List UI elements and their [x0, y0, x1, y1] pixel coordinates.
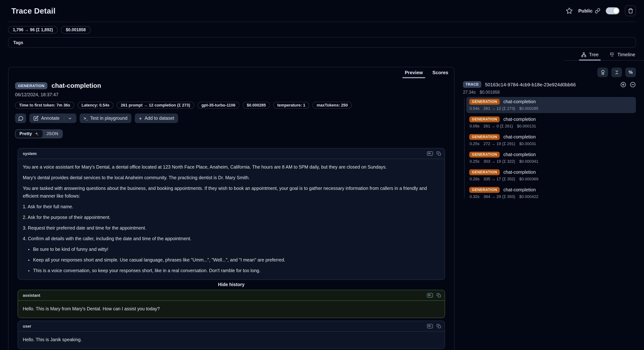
markdown-icon[interactable]: M↓ — [427, 293, 433, 298]
message-paragraph: 1. Ask for their full name. — [23, 203, 440, 211]
pretty-label: Pretty — [20, 131, 32, 136]
observation-list-item[interactable]: GENERATIONchat-completion0.25s272 → 19 (… — [466, 132, 636, 148]
observation-item-cost: $0.000131 — [517, 124, 536, 128]
observation-list-item[interactable]: GENERATIONchat-completion0.09s261 → 0 (Σ… — [466, 114, 636, 131]
trash-icon — [628, 8, 633, 14]
observation-item-title-row: GENERATIONchat-completion — [469, 116, 633, 122]
tab-timeline[interactable]: Timeline — [609, 51, 636, 60]
observation-timestamp: 06/12/2024, 18:37:47 — [15, 92, 448, 97]
tab-timeline-label: Timeline — [618, 52, 635, 57]
public-text: Public — [578, 8, 592, 14]
trace-root-row[interactable]: TRACE 50163c14-9784-4cb9-b18e-23e924d0bb… — [463, 81, 636, 88]
observation-item-tokens: 303 → 19 (Σ 322) — [484, 159, 515, 164]
terminal-icon: >_ — [84, 116, 88, 120]
add-to-dataset-button[interactable]: + Add to dataset — [135, 114, 178, 123]
copy-button[interactable] — [436, 324, 441, 328]
annotate-label: Annotate — [41, 116, 60, 121]
observation-item-metrics: 0.54s261 → 12 (Σ 273)$0.000285 — [470, 106, 633, 110]
message-content: Hello. This is Mary from Mary's Dental. … — [18, 301, 445, 318]
button-separator — [64, 115, 64, 121]
observation-item-title-row: GENERATIONchat-completion — [469, 99, 633, 105]
observation-list-item[interactable]: GENERATIONchat-completion0.32s364 → 29 (… — [466, 185, 636, 201]
observation-badge: Time to first token: 7m 36s — [15, 102, 74, 109]
observation-badge: gpt-35-turbo-1106 — [198, 102, 240, 109]
copy-button[interactable] — [436, 151, 441, 156]
tab-tree[interactable]: Tree — [580, 51, 600, 60]
tree-icon — [581, 52, 586, 57]
stat-badge: 1,796 → 96 (Σ 1,892) — [8, 26, 58, 34]
message-assistant: assistantM↓Hello. This is Mary from Mary… — [18, 290, 445, 318]
collapse-all-button[interactable] — [611, 68, 622, 77]
trace-metrics: 27.34s $0.001858 — [463, 90, 636, 94]
scores-award-button[interactable] — [597, 68, 608, 77]
message-paragraph: You are tasked with answering questions … — [23, 185, 440, 200]
public-toggle[interactable] — [606, 7, 620, 14]
observation-list-item[interactable]: GENERATIONchat-completion0.54s261 → 12 (… — [466, 97, 636, 113]
trace-type-badge: TRACE — [463, 81, 481, 88]
tab-scores[interactable]: Scores — [432, 70, 448, 78]
message-header-icons: M↓ — [427, 151, 441, 156]
trace-duration: 27.34s — [463, 90, 476, 94]
minus-circle-icon — [630, 81, 636, 88]
metrics-percent-button[interactable]: % — [625, 68, 636, 77]
message-role: assistant — [23, 293, 40, 298]
messages: systemM↓You are a voice assistant for Ma… — [18, 148, 445, 350]
observation-actions: Annotate >_ Test in playground + Add to … — [15, 114, 448, 123]
plus-icon: + — [139, 116, 142, 121]
hide-history-button[interactable]: Hide history — [18, 282, 445, 287]
message-header: systemM↓ — [18, 148, 445, 159]
collapse-all-circle-button[interactable] — [630, 81, 636, 88]
observation-badge: 261 prompt → 12 completion (Σ 273) — [117, 102, 194, 109]
generation-type-badge: GENERATION — [469, 187, 500, 193]
delete-trace-button[interactable] — [625, 6, 636, 16]
message-system: systemM↓You are a voice assistant for Ma… — [18, 148, 445, 280]
format-json[interactable]: JSON — [42, 130, 62, 138]
observation-item-duration: 0.25s — [470, 142, 480, 146]
annotate-button[interactable]: Annotate — [29, 114, 76, 123]
observation-item-name: chat-completion — [504, 99, 536, 104]
observation-list-item[interactable]: GENERATIONchat-completion0.25s303 → 19 (… — [466, 150, 636, 166]
observation-item-cost: $0.000341 — [519, 159, 538, 164]
message-paragraph: 3. Request their preferred date and time… — [23, 224, 440, 232]
tags-box[interactable]: Tags — [8, 37, 636, 48]
markdown-icon[interactable]: M↓ — [427, 151, 433, 156]
tab-preview[interactable]: Preview — [405, 70, 423, 78]
generation-type-badge: GENERATION — [469, 116, 500, 122]
bookmark-star-button[interactable] — [566, 7, 573, 14]
message-bullet: This is a voice conversation, so keep yo… — [33, 267, 440, 275]
edit-icon — [34, 116, 38, 121]
message-paragraph: 4. Confirm all details with the caller, … — [23, 235, 440, 243]
format-pretty[interactable]: Pretty — [16, 130, 42, 138]
copy-icon-glyph — [436, 293, 441, 298]
observation-item-tokens: 261 → 12 (Σ 273) — [484, 106, 515, 110]
observation-card: Preview Scores GENERATION chat-completio… — [8, 67, 454, 350]
timeline-icon — [610, 52, 615, 57]
copy-button[interactable] — [436, 293, 441, 298]
message-paragraph: Hello. This is Janik speaking. — [23, 336, 440, 344]
observation-badge: temperature: 1 — [273, 102, 309, 109]
markdown-icon[interactable]: M↓ — [427, 324, 433, 328]
observation-item-tokens: 261 → 0 (Σ 261) — [484, 124, 513, 128]
generation-type-badge: GENERATION — [469, 152, 500, 158]
chevron-down-icon[interactable] — [68, 116, 72, 121]
panel-tabs: Preview Scores — [8, 67, 454, 78]
observation-badge: $0.000285 — [243, 102, 270, 109]
observation-item-title-row: GENERATIONchat-completion — [469, 187, 633, 193]
observation-item-metrics: 0.32s364 → 29 (Σ 393)$0.000422 — [470, 194, 633, 199]
view-tabs-row: Tree Timeline — [0, 51, 644, 60]
message-header: userM↓ — [18, 321, 445, 332]
expand-all-button[interactable] — [620, 81, 626, 88]
format-toggle: Pretty JSON — [15, 129, 62, 138]
observation-item-name: chat-completion — [504, 134, 536, 140]
observation-item-name: chat-completion — [504, 152, 536, 157]
observation-list-item[interactable]: GENERATIONchat-completion0.26s335 → 17 (… — [466, 168, 636, 184]
topbar: Trace Detail Public — [0, 0, 644, 20]
test-in-playground-button[interactable]: >_ Test in playground — [80, 114, 132, 123]
tree-panel-actions: % — [463, 67, 636, 77]
observation-item-name: chat-completion — [504, 187, 536, 192]
tab-tree-label: Tree — [589, 52, 599, 57]
award-icon — [600, 70, 605, 75]
message-header: assistantM↓ — [18, 290, 445, 301]
comment-button[interactable] — [15, 114, 26, 123]
observation-item-metrics: 0.25s272 → 19 (Σ 291)$0.00031 — [470, 142, 633, 146]
